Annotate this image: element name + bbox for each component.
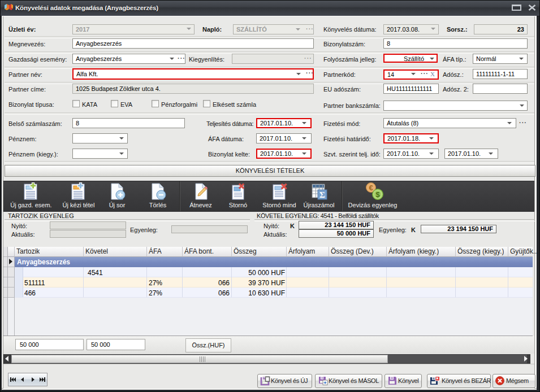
- svg-text:Σ: Σ: [319, 190, 325, 199]
- svg-text:$: $: [375, 190, 380, 199]
- svg-text:€: €: [369, 184, 373, 192]
